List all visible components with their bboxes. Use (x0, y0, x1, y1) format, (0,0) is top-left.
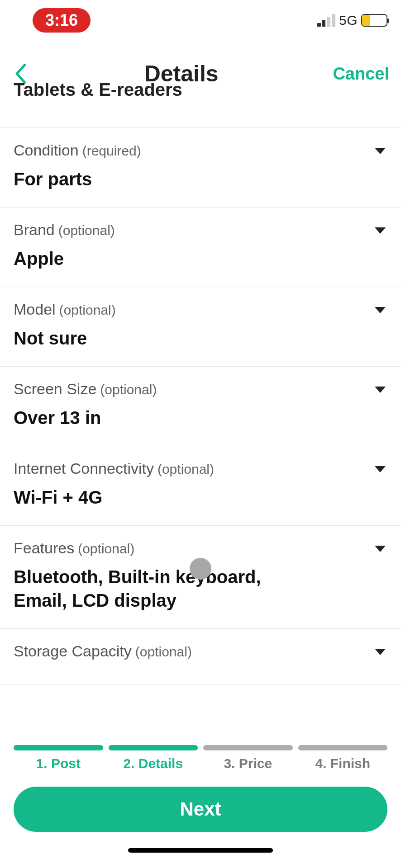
field-row[interactable]: Condition (required)For parts (0, 127, 401, 207)
subcategory-header: Tablets & E-readers (0, 83, 401, 108)
field-label: Condition (required) (14, 142, 387, 159)
chevron-down-icon (375, 466, 386, 472)
progress-steps: 1. Post2. Details3. Price4. Finish (14, 745, 387, 771)
field-label: Internet Connectivity (optional) (14, 460, 387, 477)
field-label-text: Features (14, 539, 74, 557)
field-label: Storage Capacity (optional) (14, 642, 387, 660)
cancel-button[interactable]: Cancel (333, 64, 389, 84)
field-label-text: Model (14, 301, 56, 318)
chevron-down-icon (375, 148, 386, 154)
field-value: Over 13 in (14, 406, 317, 429)
progress-step-bar (109, 745, 198, 750)
field-value: Apple (14, 247, 317, 270)
field-row[interactable]: Brand (optional)Apple (0, 207, 401, 287)
field-requirement: (optional) (135, 644, 192, 660)
progress-step: 4. Finish (298, 745, 388, 771)
back-button[interactable] (12, 62, 30, 85)
chevron-left-icon (15, 64, 27, 84)
field-label: Features (optional) (14, 539, 387, 557)
details-form: Condition (required)For partsBrand (opti… (0, 127, 401, 685)
field-label-text: Storage Capacity (14, 642, 132, 660)
cellular-signal-icon (317, 14, 335, 27)
progress-step-label: 1. Post (36, 756, 81, 771)
field-label-text: Condition (14, 142, 79, 159)
field-requirement: (optional) (158, 462, 214, 477)
field-requirement: (optional) (58, 223, 115, 238)
field-label-text: Internet Connectivity (14, 460, 154, 477)
progress-step: 2. Details (109, 745, 198, 771)
progress-step-label: 4. Finish (315, 756, 370, 771)
touch-indicator-icon (190, 558, 211, 580)
field-label: Model (optional) (14, 301, 387, 318)
chevron-down-icon (375, 387, 386, 393)
field-row[interactable]: Storage Capacity (optional) (0, 628, 401, 685)
progress-step-label: 2. Details (123, 756, 183, 771)
field-label: Brand (optional) (14, 221, 387, 239)
status-time: 3:16 (33, 8, 91, 33)
next-button[interactable]: Next (14, 787, 387, 832)
field-value: Wi-Fi + 4G (14, 486, 317, 509)
progress-step: 1. Post (14, 745, 103, 771)
field-value: For parts (14, 167, 317, 191)
status-bar: 3:16 5G (0, 0, 401, 41)
status-right: 5G (317, 13, 387, 28)
field-row[interactable]: Model (optional)Not sure (0, 287, 401, 366)
progress-step-bar (298, 745, 388, 750)
field-value: Bluetooth, Built-in keyboard, Email, LCD… (14, 565, 317, 612)
field-label-text: Screen Size (14, 380, 96, 398)
field-row[interactable]: Screen Size (optional)Over 13 in (0, 366, 401, 446)
field-label-text: Brand (14, 221, 55, 239)
home-indicator (128, 848, 273, 853)
nav-bar: Details Cancel (0, 41, 401, 87)
progress-step-bar (14, 745, 103, 750)
field-value: Not sure (14, 326, 317, 350)
progress-step-bar (203, 745, 293, 750)
chevron-down-icon (375, 546, 386, 552)
battery-icon (361, 14, 387, 27)
chevron-down-icon (375, 307, 386, 313)
field-requirement: (optional) (78, 541, 134, 557)
chevron-down-icon (375, 227, 386, 234)
field-requirement: (required) (82, 143, 141, 159)
progress-step-label: 3. Price (224, 756, 272, 771)
field-requirement: (optional) (100, 382, 157, 397)
bottom-bar: 1. Post2. Details3. Price4. Finish Next (0, 745, 401, 868)
field-row[interactable]: Internet Connectivity (optional)Wi-Fi + … (0, 446, 401, 525)
field-requirement: (optional) (59, 302, 116, 318)
chevron-down-icon (375, 649, 386, 655)
progress-step: 3. Price (203, 745, 293, 771)
field-label: Screen Size (optional) (14, 380, 387, 398)
network-label: 5G (339, 13, 358, 28)
